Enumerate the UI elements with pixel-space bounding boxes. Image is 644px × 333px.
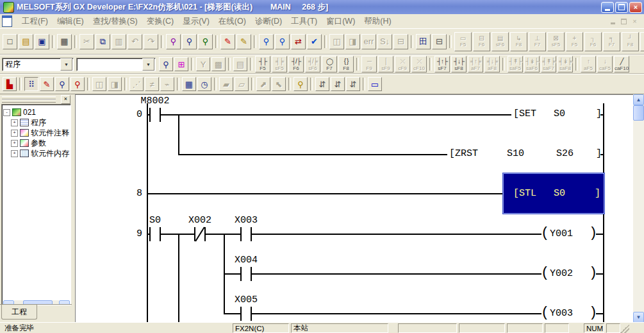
coil-y003[interactable]: Y003 [550, 309, 573, 319]
project-data-list-button[interactable]: ⠿ [24, 77, 38, 91]
menu-window[interactable]: 窗口(W) [322, 15, 359, 28]
coil-button[interactable]: ◯F7 [322, 56, 337, 73]
scroll-up-icon[interactable]: ▲ [633, 94, 644, 105]
tree-item-parameter[interactable]: + 参数 [3, 138, 70, 148]
mdi-close-button[interactable]: × [629, 17, 640, 26]
device-memory-button[interactable]: 田 [416, 34, 431, 49]
write-during-run-button[interactable]: ⇵ [315, 77, 329, 91]
instruction-zrst[interactable]: [ZRST [449, 149, 478, 159]
ladder-editor[interactable]: 0 M8002 [SET S0 ] [ZRST S10 S26 ] 8 [STL… [75, 94, 633, 323]
expand-icon[interactable]: + [11, 119, 18, 126]
find-button[interactable]: ⚲ [166, 34, 181, 49]
expand-icon[interactable]: + [11, 130, 18, 137]
menu-find-replace[interactable]: 查找/替换(S) [88, 15, 142, 28]
open-contact-m8002[interactable] [149, 108, 161, 122]
save-icon: ▣ [38, 37, 45, 46]
tree-item-device-comment[interactable]: + 软元件注释 [3, 128, 70, 138]
write-mode-button[interactable]: ✎ [220, 34, 235, 49]
batch-write-button[interactable]: ⇵ [331, 77, 345, 91]
monitor-mode-button[interactable]: ⚲ [293, 77, 308, 91]
ladder-vertical-scrollbar[interactable]: ▲ ▼ [633, 94, 644, 323]
tree-item-program[interactable]: + 程序 [3, 117, 70, 128]
menu-online[interactable]: 在线(O) [214, 15, 251, 28]
open-icon: ▤ [22, 37, 29, 46]
device-init-button[interactable]: ⊟ [432, 34, 447, 49]
child-window-icon[interactable] [2, 15, 12, 27]
collapse-icon[interactable]: - [3, 109, 10, 116]
open-contact-button[interactable]: ┤├F5 [255, 56, 270, 73]
menu-diagnostics[interactable]: 诊断(D) [251, 15, 286, 28]
mdi-minimize-button[interactable] [607, 17, 618, 26]
closed-contact-button[interactable]: ┤/├F6 [288, 56, 304, 73]
edit-data-button[interactable]: ✎ [40, 77, 54, 91]
expand-icon[interactable]: + [11, 140, 18, 147]
coil-y001[interactable]: Y001 [550, 229, 573, 239]
falling-pulse-button[interactable]: ┤↓├sF8 [451, 56, 466, 73]
online-change-button[interactable]: ⇵ [346, 77, 360, 91]
device-batch-button[interactable]: ▦ [182, 77, 196, 91]
program-type-combo[interactable]: 程序 ▼ [2, 58, 74, 71]
open-button[interactable]: ▤ [19, 34, 33, 49]
menu-project[interactable]: 工程(F) [17, 15, 53, 28]
delete-line-button[interactable]: ╱caF10 [614, 56, 629, 73]
scroll-down-icon[interactable]: ▼ [633, 312, 644, 323]
pc-transfer-button[interactable]: ⇄ [291, 34, 306, 49]
find-string-button[interactable]: ⚲ [198, 34, 213, 49]
application-instruction-button[interactable]: { }F8 [338, 56, 354, 73]
panel-grip[interactable] [2, 99, 56, 103]
print-button[interactable]: ▦ [57, 34, 72, 49]
tree-item-device-memory[interactable]: + 软元件内存 [3, 148, 70, 158]
closed-contact-x002[interactable] [194, 227, 206, 241]
ladder-mode-button[interactable]: ▙ [3, 77, 17, 91]
project-tree-toggle-button[interactable]: ⊞ [174, 57, 188, 71]
open-contact-x004[interactable] [240, 267, 252, 281]
coil-y002[interactable]: Y002 [550, 269, 573, 279]
toolbar-separator [288, 78, 291, 90]
find-device-2-button[interactable]: ⚲ [70, 77, 85, 91]
find-device-button[interactable]: ⚲ [182, 34, 197, 49]
wiring-f5-icon: ▭ [460, 35, 466, 42]
wiring-f8-icon: ↳ [516, 35, 521, 42]
minimize-button[interactable] [601, 2, 614, 13]
zoom-in-button[interactable]: ⚲ [275, 34, 290, 49]
buffer-memory-button[interactable]: ◷ [197, 77, 211, 91]
combo-dropdown-icon[interactable]: ▼ [142, 58, 154, 71]
zoom-out-button[interactable]: ⚲ [259, 34, 274, 49]
menu-help[interactable]: 帮助(H) [359, 15, 395, 28]
open-contact-s0[interactable] [149, 227, 161, 241]
combo-dropdown-icon[interactable]: ▼ [60, 58, 72, 71]
save-button[interactable]: ▣ [35, 34, 49, 49]
tree-root-021[interactable]: - 021 [3, 107, 70, 117]
comment-display-button[interactable]: ⚲ [159, 57, 173, 71]
mdi-restore-button[interactable] [618, 17, 629, 26]
instruction-stl[interactable]: [STL [513, 189, 536, 199]
resize-grip[interactable] [620, 324, 629, 333]
instruction-operand[interactable]: S0 [554, 189, 565, 199]
maximize-button[interactable] [615, 2, 628, 13]
instruction-operand[interactable]: S0 [554, 109, 565, 119]
new-button[interactable]: □ [3, 34, 17, 49]
close-button[interactable]: × [629, 2, 642, 13]
scrollbar-thumb[interactable] [633, 105, 644, 121]
panel-close-button[interactable]: × [61, 95, 70, 104]
copy-button[interactable]: ⧉ [95, 34, 110, 49]
monitor-write-button[interactable]: ✎ [236, 34, 251, 49]
menu-view[interactable]: 显示(V) [178, 15, 214, 28]
display-screen-button[interactable]: ▭ [368, 77, 382, 91]
device-search-combo[interactable]: ▼ [76, 58, 156, 71]
instruction-operand[interactable]: S10 [507, 149, 524, 159]
instruction-operand[interactable]: S26 [556, 149, 574, 159]
open-contact-x005[interactable] [240, 307, 252, 321]
program-check-button[interactable]: ✔ [307, 34, 322, 49]
tab-project[interactable]: 工程 [1, 305, 37, 320]
menu-convert[interactable]: 变换(C) [142, 15, 178, 28]
menu-edit[interactable]: 编辑(E) [53, 15, 88, 28]
rising-pulse-button[interactable]: ┤↑├sF7 [434, 56, 450, 73]
find-contact-coil-button[interactable]: ⚲ [55, 77, 69, 91]
instruction-set[interactable]: [SET [513, 109, 536, 119]
panel-header[interactable]: × [0, 94, 72, 103]
open-contact-x003[interactable] [240, 227, 252, 241]
redo-button: ↷ [144, 34, 158, 49]
expand-icon[interactable]: + [11, 150, 18, 157]
menu-tools[interactable]: 工具(T) [286, 15, 322, 28]
